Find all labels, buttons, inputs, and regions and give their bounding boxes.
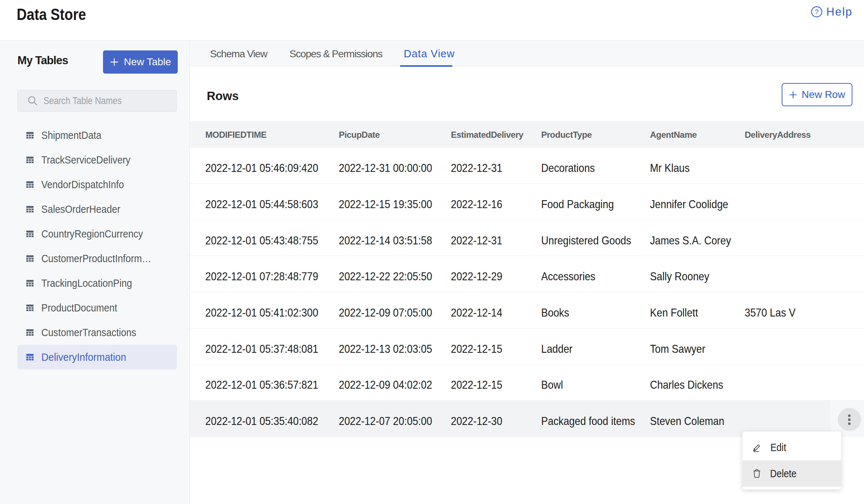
svg-text:?: ?: [815, 8, 819, 16]
